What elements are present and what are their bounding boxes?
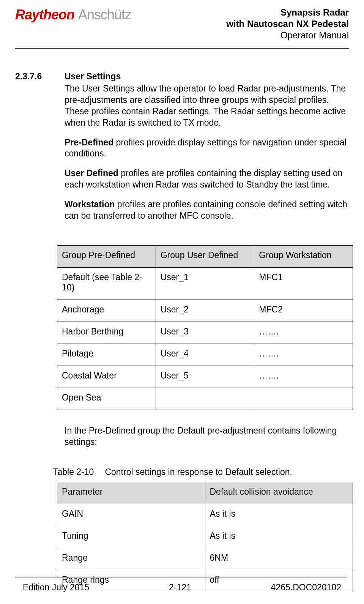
table-cell: ……. [254, 322, 353, 344]
predefined-label: Pre-Defined [65, 137, 113, 147]
table-cell: Pilotage [57, 344, 156, 366]
table-cell: Anchorage [57, 300, 156, 322]
table-cell: User_2 [156, 300, 254, 322]
table-cell [254, 388, 353, 410]
table-cell: As it is [205, 504, 353, 526]
table-caption: Table 2-10 Control settings in response … [53, 467, 349, 477]
footer-right: 4265.DOC020102 [271, 582, 341, 593]
table-cell: Tuning [57, 526, 205, 548]
footer-left: Edition July 2015 [23, 582, 89, 593]
table-cell: Coastal Water [57, 366, 156, 388]
workstation-paragraph: Workstation profiles are profiles contai… [65, 199, 349, 222]
predefined-paragraph: Pre-Defined profiles provide display set… [65, 137, 349, 160]
table-row: AnchorageUser_2MFC2 [57, 300, 353, 322]
table-header: Default collision avoidance [205, 482, 353, 504]
table-row: GAINAs it is [57, 504, 353, 526]
table-note: In the Pre-Defined group the Default pre… [65, 425, 349, 448]
table-row: Harbor BerthingUser_3……. [57, 322, 353, 344]
table-cell: ……. [254, 366, 353, 388]
page-header: Raytheon Anschütz Synapsis Radar with Na… [15, 4, 349, 48]
section-title: User Settings [65, 71, 121, 82]
table-cell: As it is [205, 526, 353, 548]
table-cell: MFC1 [254, 267, 353, 300]
table-header-row: Parameter Default collision avoidance [57, 482, 353, 504]
doc-title-line2: with Nautoscan NX Pedestal [226, 18, 349, 30]
brand-logo: Raytheon [15, 7, 74, 23]
table-cell: User_3 [156, 322, 254, 344]
table-cell: Default (see Table 2-10) [57, 267, 156, 300]
table-header: Group Pre-Defined [57, 245, 156, 267]
table-cell [156, 388, 254, 410]
table-cell: ……. [254, 344, 353, 366]
table-cell: User_5 [156, 366, 254, 388]
table-header: Parameter [57, 482, 205, 504]
section-number: 2.3.7.6 [15, 71, 65, 82]
groups-table: Group Pre-Defined Group User Defined Gro… [57, 245, 353, 410]
table-row: Open Sea [57, 388, 353, 410]
userdefined-label: User Defined [65, 168, 118, 178]
footer-center: 2-121 [169, 582, 191, 593]
table-header: Group Workstation [254, 245, 353, 267]
table-row: Default (see Table 2-10)User_1MFC1 [57, 267, 353, 300]
table-row: Range6NM [57, 548, 353, 570]
doc-title-line3: Operator Manual [226, 30, 349, 41]
userdefined-paragraph: User Defined profiles are profiles conta… [65, 168, 349, 191]
brand-sub: Anschütz [78, 7, 131, 23]
section-heading: 2.3.7.6 User Settings [15, 71, 349, 82]
intro-paragraph: The User Settings allow the operator to … [65, 83, 349, 129]
table-cell: Open Sea [57, 388, 156, 410]
doc-title-line1: Synapsis Radar [226, 7, 349, 18]
caption-text: Control settings in response to Default … [105, 467, 292, 477]
table-cell: GAIN [57, 504, 205, 526]
table-row: Coastal WaterUser_5……. [57, 366, 353, 388]
table-row: TuningAs it is [57, 526, 353, 548]
table-cell: User_1 [156, 267, 254, 300]
caption-number: Table 2-10 [53, 467, 102, 477]
table-cell: MFC2 [254, 300, 353, 322]
page-footer: Edition July 2015 2-121 4265.DOC020102 [23, 582, 341, 593]
table-cell: Range [57, 548, 205, 570]
header-rule [15, 48, 349, 49]
settings-table: Parameter Default collision avoidance GA… [57, 482, 353, 592]
table-header-row: Group Pre-Defined Group User Defined Gro… [57, 245, 353, 267]
table-header: Group User Defined [156, 245, 254, 267]
table-cell: User_4 [156, 344, 254, 366]
footer-rule [15, 577, 347, 577]
table-cell: Harbor Berthing [57, 322, 156, 344]
logo-block: Raytheon Anschütz [15, 7, 131, 23]
table-cell: 6NM [205, 548, 353, 570]
main-content: 2.3.7.6 User Settings The User Settings … [15, 71, 349, 592]
table-row: PilotageUser_4……. [57, 344, 353, 366]
doc-title-block: Synapsis Radar with Nautoscan NX Pedesta… [226, 7, 349, 41]
workstation-label: Workstation [65, 199, 115, 209]
